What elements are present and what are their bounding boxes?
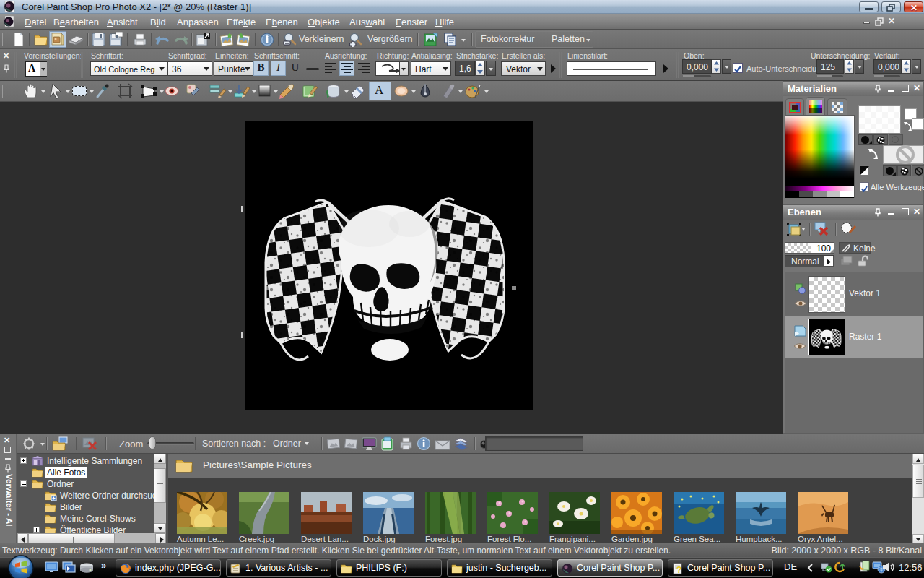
svg-text:?: ? — [676, 565, 681, 574]
